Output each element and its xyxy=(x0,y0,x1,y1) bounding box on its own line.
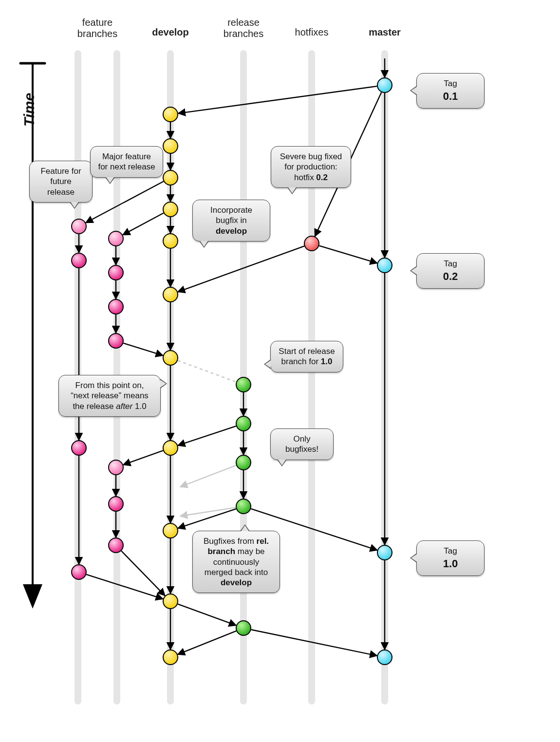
commit-m4 xyxy=(377,649,392,665)
edge xyxy=(180,465,236,487)
commit-m1 xyxy=(377,77,392,93)
edge xyxy=(178,86,377,113)
bubble-text: Start of release branch for 1.0 xyxy=(279,347,335,366)
commit-d9 xyxy=(163,523,178,538)
commit-r5 xyxy=(236,620,251,636)
bubble-major-feature: Major feature for next release xyxy=(90,146,163,178)
edge xyxy=(121,551,165,595)
commit-fc2 xyxy=(108,496,124,512)
bubble-text: Bugfixes from rel. branch may be continu… xyxy=(204,537,269,587)
commit-d5 xyxy=(163,233,178,249)
commit-d1 xyxy=(163,107,178,122)
bubble-only-bugfixes: Only bugfixes! xyxy=(270,428,334,460)
bubble-text: From this point on, “next release” means… xyxy=(71,381,149,411)
edge xyxy=(86,182,164,223)
time-axis-label: Time xyxy=(21,93,37,127)
edge xyxy=(178,426,236,445)
bubble-text: Incorporate bugfix in develop xyxy=(210,205,252,236)
bubble-incorporate-bugfix: Incorporate bugfix in develop xyxy=(192,200,270,241)
commit-d7 xyxy=(163,350,178,366)
time-axis xyxy=(20,63,45,609)
lane-label-feature: feature branches xyxy=(77,17,117,39)
bubble-next-release-after: From this point on, “next release” means… xyxy=(58,375,161,417)
edge xyxy=(178,361,236,382)
edge xyxy=(178,631,236,654)
commit-fc1 xyxy=(108,460,124,475)
commit-r3 xyxy=(236,455,251,470)
commit-fc3 xyxy=(108,538,124,553)
commit-m3 xyxy=(377,545,392,560)
commit-d6 xyxy=(163,287,178,302)
lane-label-master: master xyxy=(369,27,401,38)
commit-m2 xyxy=(377,258,392,273)
commit-fa4 xyxy=(71,564,87,580)
edge xyxy=(319,246,377,263)
bubble-rel-merge-back: Bugfixes from rel. branch may be continu… xyxy=(192,531,280,593)
edge xyxy=(178,604,236,626)
commit-r4 xyxy=(236,499,251,514)
gitflow-diagram: Time feature branches develop release br… xyxy=(0,0,560,742)
commit-r1 xyxy=(236,377,251,392)
bubble-tag-02: Tag 0.2 xyxy=(416,253,485,289)
commit-fb3 xyxy=(108,299,124,315)
edge xyxy=(123,213,164,235)
bubble-start-release: Start of release branch for 1.0 xyxy=(270,341,343,372)
commit-fa1 xyxy=(71,219,87,234)
commit-fb1 xyxy=(108,231,124,246)
lane-label-release: release branches xyxy=(224,17,263,39)
bubble-severe-bug: Severe bug fixed for production: hotfix … xyxy=(271,146,351,188)
lane-label-develop: develop xyxy=(152,27,189,38)
commit-fb4 xyxy=(108,333,124,349)
commit-d11 xyxy=(163,649,178,665)
bubble-feature-future: Feature for future release xyxy=(29,161,93,203)
commit-h1 xyxy=(304,236,319,251)
bubble-text: Severe bug fixed for production: hotfix … xyxy=(280,152,342,182)
lane-label-hotfixes: hotfixes xyxy=(295,27,329,38)
commit-fb2 xyxy=(108,265,124,280)
commit-d3 xyxy=(163,170,178,186)
commit-d2 xyxy=(163,138,178,154)
svg-marker-8 xyxy=(23,584,42,609)
commit-r2 xyxy=(236,416,251,431)
edge xyxy=(86,575,163,599)
edge xyxy=(123,450,163,464)
bubble-tag-10: Tag 1.0 xyxy=(416,540,485,576)
commit-d4 xyxy=(163,202,178,217)
bubble-tag-01: Tag 0.1 xyxy=(416,73,485,109)
commit-fa2 xyxy=(71,253,87,268)
edge xyxy=(123,343,163,355)
commit-d8 xyxy=(163,440,178,456)
commit-d10 xyxy=(163,594,178,609)
commit-fa3 xyxy=(71,440,87,456)
